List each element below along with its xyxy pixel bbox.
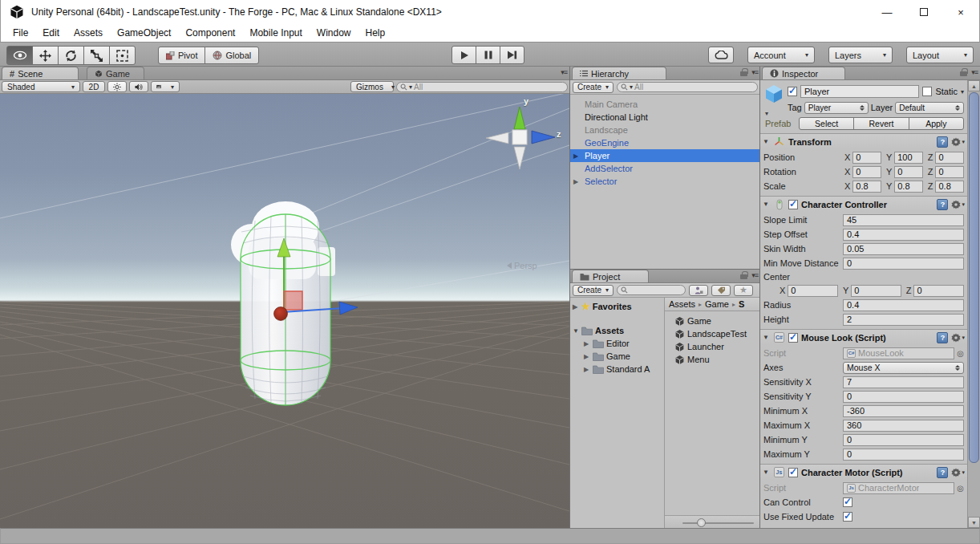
scroll-up-icon[interactable]: ▲: [968, 80, 980, 91]
rotate-tool-button[interactable]: [58, 46, 84, 65]
foldout-icon[interactable]: ▼: [763, 138, 770, 145]
prefab-select-button[interactable]: Select: [799, 117, 854, 130]
lighting-toggle-button[interactable]: [107, 81, 127, 92]
script-field[interactable]: Js CharacterMotor: [843, 482, 954, 494]
menu-mobile-input[interactable]: Mobile Input: [242, 24, 309, 42]
height-field[interactable]: 2: [843, 314, 964, 326]
scale-y-field[interactable]: 0.8: [894, 181, 923, 193]
rotation-y-field[interactable]: 0: [894, 166, 923, 178]
hierarchy-item-player[interactable]: ▶Player: [570, 149, 760, 162]
tab-scene[interactable]: # Scene: [2, 67, 79, 79]
global-toggle-button[interactable]: Global: [205, 47, 259, 64]
component-enabled-checkbox[interactable]: [788, 333, 798, 343]
hierarchy-create-button[interactable]: Create▾: [573, 82, 614, 93]
maximize-button[interactable]: [905, 0, 942, 24]
menu-assets[interactable]: Assets: [67, 24, 110, 42]
prefab-apply-button[interactable]: Apply: [909, 117, 964, 130]
file-item-menu[interactable]: Menu: [665, 353, 760, 366]
center-z-field[interactable]: 0: [913, 285, 964, 297]
play-button[interactable]: [452, 46, 476, 64]
2d-toggle-button[interactable]: 2D: [83, 81, 105, 92]
step-offset-field[interactable]: 0.4: [843, 229, 964, 241]
axes-dropdown[interactable]: Mouse X: [843, 362, 964, 374]
hierarchy-item-addselector[interactable]: AddSelector: [570, 162, 760, 175]
position-z-field[interactable]: 0: [935, 152, 964, 164]
static-dropdown-icon[interactable]: ▾: [961, 88, 964, 95]
hierarchy-item-landscape[interactable]: Landscape: [570, 124, 760, 136]
scroll-down-icon[interactable]: ▼: [968, 517, 980, 528]
slider-knob[interactable]: [697, 518, 706, 527]
search-by-type-button[interactable]: [689, 285, 708, 296]
scene-search-input[interactable]: ▾ All: [396, 82, 568, 92]
minimum-x-field[interactable]: -360: [843, 405, 964, 417]
center-x-field[interactable]: 0: [788, 285, 838, 297]
settings-gear-icon[interactable]: ▾: [951, 468, 965, 477]
name-field[interactable]: Player: [800, 85, 919, 98]
position-y-field[interactable]: 100: [894, 152, 923, 164]
maximum-y-field[interactable]: 0: [843, 449, 964, 461]
can-control-checkbox[interactable]: [843, 497, 852, 507]
hierarchy-item-directional-light[interactable]: Directional Light: [570, 111, 760, 124]
lock-icon[interactable]: [740, 271, 747, 279]
tree-item-assets[interactable]: ▼ Assets: [570, 324, 664, 337]
hierarchy-panel-menu-icon[interactable]: ▾≡: [751, 68, 758, 76]
layout-dropdown[interactable]: Layout▾: [906, 47, 974, 63]
step-button[interactable]: [500, 46, 524, 64]
help-icon[interactable]: ?: [937, 332, 948, 343]
position-x-field[interactable]: 0: [852, 152, 881, 164]
breadcrumb-game[interactable]: Game: [705, 299, 729, 309]
min-move-distance-field[interactable]: 0: [843, 258, 964, 270]
pivot-toggle-button[interactable]: Pivot: [158, 47, 205, 64]
menu-component[interactable]: Component: [178, 24, 242, 42]
foldout-icon[interactable]: ▼: [763, 334, 770, 341]
audio-toggle-button[interactable]: [129, 81, 148, 92]
active-checkbox[interactable]: [788, 87, 797, 96]
object-picker-icon[interactable]: ◎: [957, 484, 964, 493]
tab-game[interactable]: Game: [87, 67, 144, 79]
slider-track[interactable]: [682, 522, 754, 524]
perspective-toggle[interactable]: Persp: [507, 261, 537, 270]
expand-arrow-icon[interactable]: ▶: [573, 152, 578, 160]
layers-dropdown[interactable]: Layers▾: [828, 47, 893, 63]
inspector-scrollbar[interactable]: ▲ ▼: [967, 80, 980, 528]
hierarchy-search-input[interactable]: ▾ All: [617, 82, 758, 92]
hierarchy-item-selector[interactable]: ▶Selector: [570, 175, 760, 188]
scale-z-field[interactable]: 0.8: [935, 181, 964, 193]
file-item-game[interactable]: Game: [665, 315, 760, 327]
help-icon[interactable]: ?: [937, 199, 948, 210]
project-panel-menu-icon[interactable]: ▾≡: [751, 271, 758, 279]
file-item-landscapetest[interactable]: LandscapeTest: [665, 327, 760, 340]
foldout-icon[interactable]: ▼: [763, 201, 770, 208]
slope-limit-field[interactable]: 45: [843, 214, 964, 226]
rect-tool-button[interactable]: [109, 46, 136, 65]
header-foldout-icon[interactable]: ▾: [765, 110, 768, 117]
gizmo-down-cone[interactable]: [514, 147, 525, 169]
expand-arrow-icon[interactable]: ▶: [584, 353, 589, 360]
help-icon[interactable]: ?: [937, 136, 948, 148]
center-y-field[interactable]: 0: [851, 285, 901, 297]
foldout-icon[interactable]: ▼: [763, 469, 770, 476]
menu-help[interactable]: Help: [358, 24, 393, 42]
prefab-revert-button[interactable]: Revert: [853, 117, 909, 130]
orientation-gizmo[interactable]: [481, 99, 569, 179]
scale-tool-button[interactable]: [83, 46, 110, 65]
menu-file[interactable]: File: [6, 24, 35, 42]
tag-dropdown[interactable]: Player: [804, 102, 869, 114]
project-create-button[interactable]: Create▾: [573, 285, 614, 296]
static-checkbox[interactable]: [922, 87, 932, 96]
draw-mode-dropdown[interactable]: Shaded▾: [2, 81, 80, 92]
effects-dropdown-button[interactable]: ▾: [151, 81, 180, 92]
rotation-x-field[interactable]: 0: [852, 166, 881, 178]
scrollbar-thumb[interactable]: [969, 92, 979, 463]
use-fixed-update-checkbox[interactable]: [843, 512, 852, 522]
lock-icon[interactable]: [740, 68, 747, 76]
move-tool-button[interactable]: [32, 46, 59, 65]
maximum-x-field[interactable]: 360: [843, 420, 964, 432]
favorites-star-button[interactable]: ★: [734, 285, 753, 296]
object-picker-icon[interactable]: ◎: [957, 349, 964, 358]
skin-width-field[interactable]: 0.05: [843, 243, 964, 255]
rotation-z-field[interactable]: 0: [935, 166, 964, 178]
sensitivity-y-field[interactable]: 0: [843, 391, 964, 403]
layer-dropdown[interactable]: Default: [895, 102, 964, 114]
search-by-label-button[interactable]: [711, 285, 731, 296]
